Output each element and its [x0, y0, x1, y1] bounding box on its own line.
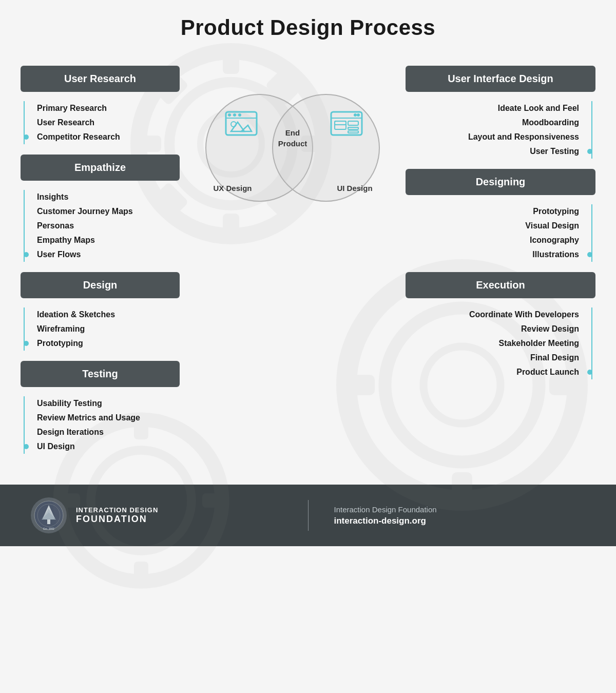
footer-url: interaction-design.org [334, 516, 586, 526]
section-items-design: Ideation & Sketches Wireframing Prototyp… [21, 303, 180, 361]
svg-point-27 [233, 113, 236, 117]
footer-logo: Est. 2002 [31, 497, 67, 533]
item-prototyping-designing: Prototyping [406, 204, 586, 219]
item-empathy-maps: Empathy Maps [30, 233, 180, 247]
section-label-design: Design [32, 279, 168, 291]
page-title: Product Design Process [21, 15, 595, 40]
section-user-research: User Research Primary Research User Rese… [21, 66, 180, 155]
svg-point-34 [354, 113, 357, 117]
section-label-user-research: User Research [32, 73, 168, 85]
item-user-testing: User Testing [406, 144, 586, 159]
section-designing: Designing Prototyping Visual Design Icon… [406, 169, 595, 272]
venn-diagram: UX Design EndProduct UI Design [195, 76, 390, 220]
section-box-design: Design [21, 272, 180, 298]
item-ui-design-testing: UI Design [30, 439, 180, 454]
section-box-testing: Testing [21, 361, 180, 387]
item-final-design: Final Design [406, 351, 586, 365]
section-items-designing: Prototyping Visual Design Iconography Il… [406, 200, 595, 272]
section-empathize: Empathize Insights Customer Journey Maps… [21, 155, 180, 272]
footer: Est. 2002 INTERACTION DESIGN FOUNDATION … [0, 485, 616, 546]
svg-text:Est. 2002: Est. 2002 [43, 527, 54, 530]
item-product-launch: Product Launch [406, 365, 586, 379]
item-usability-testing: Usability Testing [30, 396, 180, 411]
diagram-layout: User Research Primary Research User Rese… [21, 66, 595, 464]
section-box-ui-design: User Interface Design [406, 66, 595, 92]
section-items-ui-design: Ideate Look and Feel Moodboarding Layout… [406, 97, 595, 169]
section-design: Design Ideation & Sketches Wireframing P… [21, 272, 180, 361]
item-review-metrics: Review Metrics and Usage [30, 411, 180, 425]
section-label-execution: Execution [417, 279, 584, 291]
section-label-ui-design: User Interface Design [417, 73, 584, 85]
svg-rect-37 [335, 121, 346, 125]
section-label-testing: Testing [32, 368, 168, 380]
main-content: Product Design Process User Research Pri… [0, 0, 616, 464]
section-execution: Execution Coordinate With Developers Rev… [406, 272, 595, 390]
section-box-execution: Execution [406, 272, 595, 298]
center-column: UX Design EndProduct UI Design [180, 66, 406, 225]
section-items-user-research: Primary Research User Research Competito… [21, 97, 180, 155]
section-items-testing: Usability Testing Review Metrics and Usa… [21, 392, 180, 464]
page-wrapper: Product Design Process User Research Pri… [0, 0, 616, 693]
section-ui-design: User Interface Design Ideate Look and Fe… [406, 66, 595, 169]
venn-center-label: EndProduct [278, 127, 307, 149]
item-layout-responsiveness: Layout and Responsiveness [406, 130, 586, 144]
item-moodboarding: Moodboarding [406, 116, 586, 130]
section-box-empathize: Empathize [21, 155, 180, 181]
section-label-designing: Designing [417, 176, 584, 188]
section-items-execution: Coordinate With Developers Review Design… [406, 303, 595, 390]
ux-icon [223, 107, 259, 143]
svg-point-35 [357, 113, 360, 117]
item-primary-research: Primary Research [30, 101, 180, 116]
item-ideate-look-feel: Ideate Look and Feel [406, 101, 586, 116]
svg-rect-21 [134, 562, 148, 587]
svg-point-31 [231, 122, 236, 127]
item-user-flows: User Flows [30, 247, 180, 262]
section-box-user-research: User Research [21, 66, 180, 92]
svg-point-26 [228, 113, 231, 117]
footer-tagline: Interaction Design Foundation [334, 505, 586, 514]
item-stakeholder-meeting: Stakeholder Meeting [406, 336, 586, 351]
item-design-iterations: Design Iterations [30, 425, 180, 439]
item-user-research: User Research [30, 116, 180, 130]
item-wireframing: Wireframing [30, 322, 180, 336]
item-competitor-research: Competitor Research [30, 130, 180, 144]
item-illustrations: Illustrations [406, 247, 586, 262]
venn-label-ux: UX Design [209, 184, 256, 192]
footer-brand: INTERACTION DESIGN FOUNDATION [76, 506, 158, 525]
venn-label-ui: UI Design [332, 184, 378, 192]
item-customer-journey-maps: Customer Journey Maps [30, 204, 180, 219]
svg-point-28 [238, 113, 241, 117]
item-personas: Personas [30, 219, 180, 233]
item-review-design: Review Design [406, 322, 586, 336]
footer-right: Interaction Design Foundation interactio… [334, 505, 586, 526]
svg-rect-39 [348, 127, 358, 129]
footer-brand-name: INTERACTION DESIGN [76, 506, 158, 514]
section-label-empathize: Empathize [32, 162, 168, 174]
ui-icon [329, 107, 364, 143]
item-iconography: Iconography [406, 233, 586, 247]
svg-rect-38 [348, 121, 358, 125]
section-testing: Testing Usability Testing Review Metrics… [21, 361, 180, 464]
svg-rect-40 [348, 131, 358, 133]
item-ideation-sketches: Ideation & Sketches [30, 307, 180, 322]
footer-divider [308, 500, 309, 531]
left-column: User Research Primary Research User Rese… [21, 66, 180, 464]
item-coordinate-developers: Coordinate With Developers [406, 307, 586, 322]
section-box-designing: Designing [406, 169, 595, 195]
footer-brand-sub: FOUNDATION [76, 514, 158, 525]
right-column: User Interface Design Ideate Look and Fe… [406, 66, 595, 390]
item-prototyping-design: Prototyping [30, 336, 180, 351]
item-visual-design: Visual Design [406, 219, 586, 233]
item-insights: Insights [30, 190, 180, 204]
section-items-empathize: Insights Customer Journey Maps Personas … [21, 186, 180, 272]
footer-left: Est. 2002 INTERACTION DESIGN FOUNDATION [31, 497, 282, 533]
